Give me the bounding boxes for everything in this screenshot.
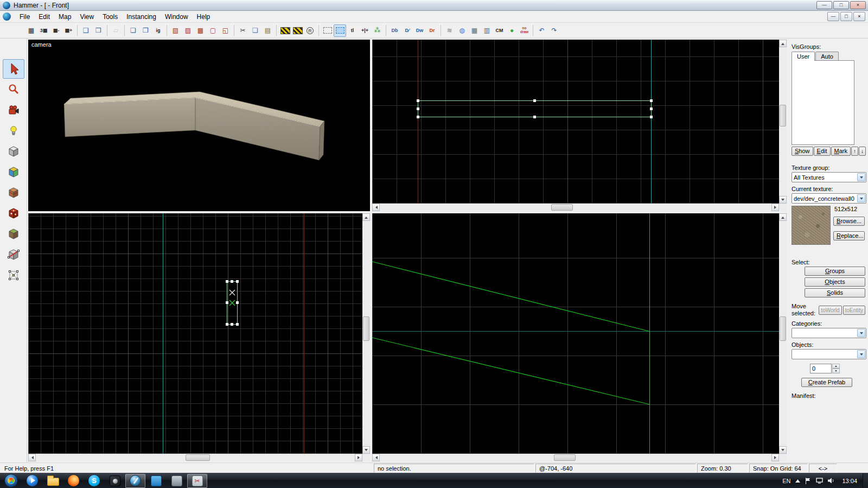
replace-button[interactable]: Replace... (833, 231, 865, 240)
menu-window[interactable]: Window (161, 11, 193, 23)
scroll-down-button[interactable] (362, 446, 370, 454)
dropdown-arrow-icon[interactable] (857, 329, 865, 337)
mdi-restore-button[interactable]: □ (840, 12, 852, 21)
start-button[interactable] (4, 474, 18, 487)
sound-browser-icon[interactable]: ≋ (443, 24, 456, 37)
toggle-grid-icon[interactable]: ▦ (25, 24, 37, 37)
cordon-mode-icon[interactable]: CM (493, 24, 506, 37)
apply-overlays-tool[interactable] (3, 224, 24, 244)
disp-boundary-icon[interactable]: Db (388, 24, 401, 37)
horizontal-scrollbar[interactable] (28, 454, 362, 461)
horizontal-scrollbar[interactable] (372, 204, 779, 211)
viewport-3d-canvas[interactable]: camera (28, 40, 370, 211)
move-down-button[interactable]: ↓ (859, 147, 866, 156)
camera-tool[interactable] (3, 100, 24, 120)
vertex-tool[interactable] (3, 265, 24, 285)
ignore-groups-icon[interactable]: ig (152, 24, 164, 37)
texture-lock-tl-icon[interactable]: tl (346, 24, 359, 37)
ungroup-icon[interactable]: ❐ (139, 24, 152, 37)
menu-help[interactable]: Help (193, 11, 215, 23)
close-button[interactable]: × (850, 1, 866, 9)
carve-icon[interactable]: ▱ (110, 24, 122, 37)
spin-down-button[interactable] (832, 369, 840, 373)
dropdown-arrow-icon[interactable] (857, 194, 865, 202)
menu-map[interactable]: Map (54, 11, 75, 23)
viewport-top-2d-canvas[interactable] (372, 40, 779, 204)
to-entity-button[interactable]: toEntity (843, 306, 865, 315)
show-all-icon[interactable]: ▩ (194, 24, 207, 37)
edit-button[interactable]: Edit (814, 147, 831, 156)
to-world-button[interactable]: toWorld (819, 306, 841, 315)
menu-instancing[interactable]: Instancing (122, 11, 161, 23)
viewport-front-2d-canvas[interactable] (372, 213, 779, 454)
entity-report-icon[interactable]: ▦ (468, 24, 481, 37)
select-groups-button[interactable]: Groups (805, 267, 865, 276)
scroll-down-button[interactable] (779, 196, 787, 204)
apply-current-texture-tool[interactable] (3, 183, 24, 202)
taskbar-skype-button[interactable] (84, 474, 104, 488)
hidden-icons-button[interactable] (795, 479, 800, 483)
mdi-minimize-button[interactable]: — (827, 12, 839, 21)
run-map-icon[interactable]: ● (506, 24, 518, 37)
scrollbar-thumb[interactable] (551, 204, 573, 211)
nodraw-icon[interactable]: no draw (518, 24, 531, 37)
taskbar-explorer-button[interactable] (43, 474, 63, 488)
select-objects-button[interactable]: Objects (805, 277, 865, 287)
selection-tool[interactable] (3, 59, 24, 79)
visgroups-list[interactable] (792, 60, 854, 145)
scrollbar-thumb[interactable] (780, 105, 786, 126)
show-button[interactable]: Show (792, 147, 813, 156)
toggle-3d-grid-icon[interactable]: 3▦ (37, 24, 50, 37)
scroll-left-button[interactable] (372, 454, 380, 461)
vertical-scrollbar[interactable] (779, 213, 787, 454)
current-texture-select[interactable]: dev/dev_concretewall0 (792, 193, 866, 204)
scroll-right-button[interactable] (771, 454, 779, 461)
auto-select-icon[interactable] (334, 24, 346, 37)
scrollbar-thumb[interactable] (363, 316, 369, 341)
foliage-icon[interactable]: ⁂ (371, 24, 384, 37)
scroll-up-button[interactable] (779, 40, 787, 47)
scroll-down-button[interactable] (779, 446, 787, 454)
edge-align-icon[interactable]: +|+ (359, 24, 371, 37)
hide-selected-icon[interactable]: ▧ (169, 24, 182, 37)
menu-file[interactable]: File (15, 11, 34, 23)
redo-icon[interactable]: ↷ (548, 24, 560, 37)
horizontal-scrollbar[interactable] (372, 454, 779, 461)
vertical-scrollbar[interactable] (362, 213, 370, 454)
undo-icon[interactable]: ↶ (535, 24, 548, 37)
scroll-up-button[interactable] (362, 213, 370, 221)
objects-select[interactable] (792, 349, 866, 359)
mark-button[interactable]: Mark (831, 147, 851, 156)
dropdown-arrow-icon[interactable] (857, 350, 865, 358)
texture-application-tool[interactable] (3, 162, 24, 182)
taskbar-snipping-button[interactable] (187, 474, 207, 488)
texture-scale-lock-icon[interactable] (291, 24, 304, 37)
load-window-state-icon[interactable]: ❑ (80, 24, 92, 37)
texture-lock-icon[interactable] (279, 24, 291, 37)
taskbar-media-app-button[interactable] (105, 474, 125, 488)
disp-walkable-icon[interactable]: Dw (413, 24, 426, 37)
select-box-icon[interactable] (321, 24, 334, 37)
group-icon[interactable]: ❏ (127, 24, 139, 37)
hide-unselected-icon[interactable]: ▨ (182, 24, 194, 37)
block-tool[interactable] (3, 142, 24, 161)
mdi-close-button[interactable]: × (853, 12, 865, 21)
model-render-distance-icon[interactable]: R (304, 24, 316, 37)
taskbar-firefox-button[interactable] (63, 474, 84, 488)
scroll-left-button[interactable] (372, 204, 380, 211)
maximize-button[interactable]: □ (833, 1, 849, 9)
save-window-state-icon[interactable]: ❒ (92, 24, 105, 37)
larger-grid-icon[interactable]: ▦+ (62, 24, 75, 37)
language-indicator[interactable]: EN (782, 478, 790, 484)
tab-user[interactable]: User (792, 52, 815, 61)
scroll-up-button[interactable] (779, 213, 787, 221)
spin-up-button[interactable] (832, 364, 840, 369)
apply-decals-tool[interactable] (3, 204, 24, 223)
scrollbar-thumb[interactable] (780, 316, 786, 341)
disp-remove-icon[interactable]: Dr (426, 24, 438, 37)
create-prefab-button[interactable]: Create Prefab (801, 378, 852, 387)
browse-button[interactable]: Browse... (833, 217, 865, 226)
categories-select[interactable] (792, 328, 866, 338)
minimize-button[interactable]: — (816, 1, 832, 9)
cordon-toggle-icon[interactable]: ▢ (207, 24, 219, 37)
